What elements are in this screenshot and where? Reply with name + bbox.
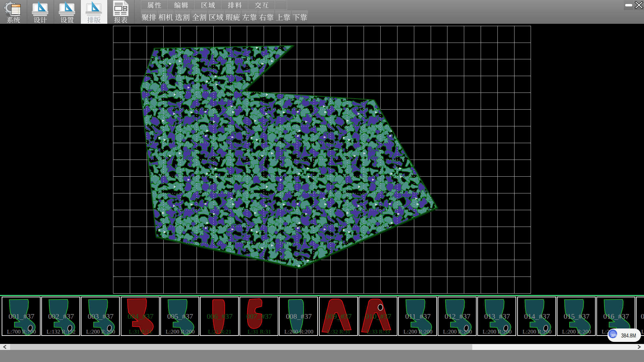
svg-text:0: 0 xyxy=(641,312,644,320)
svg-text:L:200 R:200: L:200 R:200 xyxy=(443,328,472,335)
svg-text:L:31 R:31: L:31 R:31 xyxy=(248,328,271,335)
svg-text:010_#37: 010_#37 xyxy=(366,312,391,320)
svg-text:008_#37: 008_#37 xyxy=(286,312,312,320)
svg-text:015_#37: 015_#37 xyxy=(564,312,590,320)
svg-text:L:200 R:200: L:200 R:200 xyxy=(86,328,115,335)
svg-text:014_#37: 014_#37 xyxy=(524,312,550,320)
svg-text:012_#37: 012_#37 xyxy=(445,312,471,320)
svg-text:007_#37: 007_#37 xyxy=(247,312,272,320)
svg-text:L:200 R:200: L:200 R:200 xyxy=(523,328,551,335)
svg-text:L:33 R:33: L:33 R:33 xyxy=(367,328,390,335)
svg-text:L:200 R:200: L:200 R:200 xyxy=(562,328,591,335)
svg-text:002_#37: 002_#37 xyxy=(48,312,74,320)
svg-text:L:200 R:200: L:200 R:200 xyxy=(166,328,195,335)
svg-text:001_#37: 001_#37 xyxy=(9,312,35,320)
svg-text:013_#37: 013_#37 xyxy=(484,312,510,320)
svg-text:L:132 R:132: L:132 R:132 xyxy=(47,328,75,335)
svg-text:L:200 R:200: L:200 R:200 xyxy=(404,328,432,335)
svg-text:006_#37: 006_#37 xyxy=(207,312,233,320)
svg-text:016_#37: 016_#37 xyxy=(603,312,629,320)
svg-text:011_#37: 011_#37 xyxy=(405,312,431,320)
svg-text:005_#37: 005_#37 xyxy=(167,312,193,320)
svg-text:L:32 R:31: L:32 R:31 xyxy=(327,328,350,335)
svg-text:009_#37: 009_#37 xyxy=(326,312,352,320)
svg-text:003_#37: 003_#37 xyxy=(88,312,114,320)
svg-text:L:31 R:31: L:31 R:31 xyxy=(129,328,152,335)
svg-text:004_#37: 004_#37 xyxy=(128,312,154,320)
svg-text:L:700 R:700: L:700 R:700 xyxy=(7,328,36,335)
svg-text:L:200 R:200: L:200 R:200 xyxy=(483,328,512,335)
svg-text:L:21 R:21: L:21 R:21 xyxy=(208,328,231,335)
svg-text:L:200 R:200: L:200 R:200 xyxy=(284,328,313,335)
svg-text:L:: L: xyxy=(641,328,644,335)
